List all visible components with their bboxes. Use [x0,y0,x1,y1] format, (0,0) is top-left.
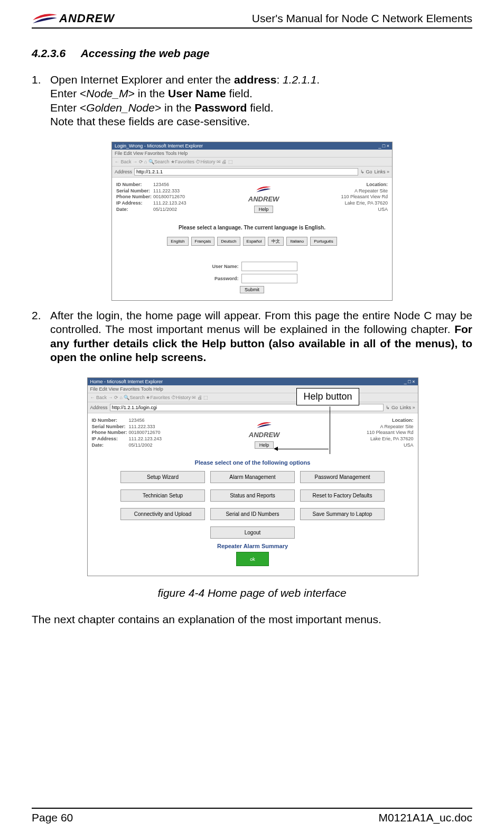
login-screenshot: Login_Wrong - Microsoft Internet Explore… [111,142,393,301]
lang-button[interactable]: Deutsch [217,237,240,246]
option-password-mgmt[interactable]: Password Management [300,471,385,483]
logout-button[interactable]: Logout [210,526,295,539]
submit-button[interactable]: Submit [240,286,264,293]
header-title: User's Manual for Node C Network Element… [252,12,472,25]
address-label: Address [115,169,132,174]
swoosh-icon [256,184,272,194]
option-serial-id[interactable]: Serial and ID Numbers [210,508,295,520]
logo-text: ANDREW [59,12,115,25]
step-2: 2. After the login, the home page will a… [32,309,472,364]
swoosh-icon [256,420,272,430]
window-title: Home - Microsoft Internet Explorer [90,379,163,384]
options-prompt: Please select one of the following optio… [92,459,414,466]
document-page: ANDREW User's Manual for Node C Network … [0,0,504,832]
page-number: Page 60 [32,811,73,824]
address-input[interactable] [134,168,358,175]
language-buttons: English Français Deutsch Español 中文 Ital… [116,237,388,246]
closing-text: The next chapter contains an explanation… [32,613,472,626]
section-number: 4.2.3.6 [32,47,66,59]
home-screenshot-container: Help button Home - Microsoft Internet Ex… [87,377,417,576]
doc-filename: M0121A1A_uc.doc [379,811,472,824]
help-button-callout: Help button [296,388,359,405]
ie-titlebar: Home - Microsoft Internet Explorer _ □ × [88,378,418,385]
option-setup-wizard[interactable]: Setup Wizard [120,471,205,483]
options-grid: Setup Wizard Alarm Management Password M… [92,471,414,520]
ie-address-bar: Address ↳ Go Links » [88,402,418,413]
help-button[interactable]: Help [255,441,274,449]
option-alarm-mgmt[interactable]: Alarm Management [210,471,295,483]
alarm-summary-title: Repeater Alarm Summary [92,543,414,549]
mini-logo-text: ANDREW [249,431,280,439]
option-status-reports[interactable]: Status and Reports [210,489,295,502]
ie-titlebar: Login_Wrong - Microsoft Internet Explore… [112,142,392,150]
ie-toolbar: ← Back → ⟳ ⌂ 🔍Search ★Favorites ⏱History… [112,158,392,167]
lang-button[interactable]: Português [310,237,337,246]
address-label: Address [90,405,108,410]
ie-menubar: File Edit View Favorites Tools Help [88,385,418,393]
window-buttons: _ □ × [404,379,415,384]
step-number: 1. [32,73,50,128]
lang-button[interactable]: English [167,237,188,246]
page-header: ANDREW User's Manual for Node C Network … [32,11,472,29]
callout-arrow [276,449,329,449]
language-prompt: Please select a language. The current la… [116,225,388,230]
ie-menubar: File Edit View Favorites Tools Help [112,150,392,158]
section-heading: 4.2.3.6 Accessing the web page [32,47,472,60]
lang-button[interactable]: Italiano [286,237,307,246]
lang-button[interactable]: Español [243,237,266,246]
callout-line [330,406,330,454]
password-label: Password: [207,276,239,281]
page-footer: Page 60 M0121A1A_uc.doc [32,808,472,824]
option-save-summary[interactable]: Save Summary to Laptop [300,508,385,520]
section-title-text: Accessing the web page [81,47,210,59]
arrowhead-icon [274,447,278,451]
links-label: Links » [400,405,415,410]
step-1: 1. Open Internet Explorer and enter the … [32,73,472,128]
swoosh-icon [32,11,58,26]
help-button[interactable]: Help [254,206,274,213]
step-number: 2. [32,309,50,364]
window-buttons: _ □ × [378,143,389,149]
go-button[interactable]: ↳ Go [360,169,372,174]
ie-toolbar: ← Back → ⟳ ⌂ 🔍Search ★Favorites ⏱History… [88,393,418,402]
option-factory-reset[interactable]: Reset to Factory Defaults [300,489,385,502]
go-button[interactable]: ↳ Go [386,405,398,410]
lang-button[interactable]: Français [191,237,215,246]
andrew-logo: ANDREW [32,11,115,26]
links-label: Links » [374,169,389,174]
home-screenshot: Home - Microsoft Internet Explorer _ □ ×… [87,377,418,576]
alarm-status-box: ok [236,552,269,566]
username-input[interactable] [241,262,297,271]
mini-logo-text: ANDREW [248,195,279,203]
option-connectivity[interactable]: Connectivity and Upload [120,508,205,520]
username-label: User Name: [207,264,239,269]
password-input[interactable] [241,274,297,283]
option-tech-setup[interactable]: Technician Setup [120,489,205,502]
window-title: Login_Wrong - Microsoft Internet Explore… [115,143,203,149]
lang-button[interactable]: 中文 [268,237,284,246]
figure-caption: figure 4-4 Home page of web interface [32,587,472,599]
ie-address-bar: Address ↳ Go Links » [112,167,392,178]
